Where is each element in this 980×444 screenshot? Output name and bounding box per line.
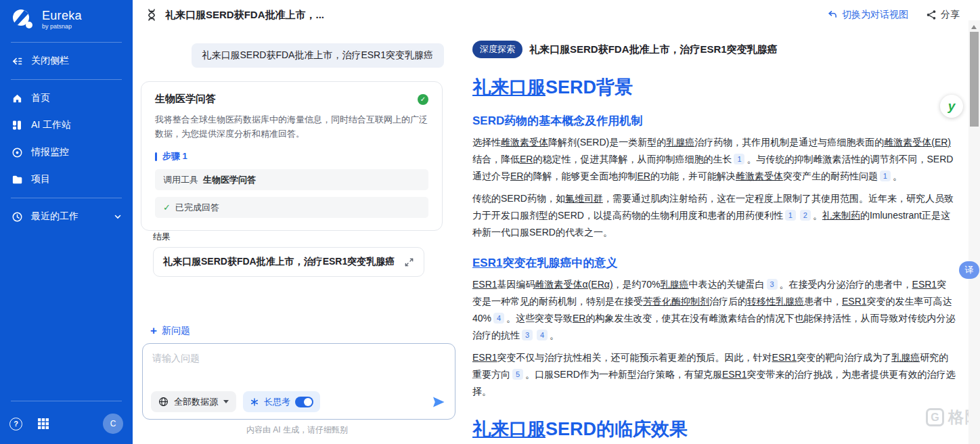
scrollbar-thumb[interactable]	[970, 32, 979, 127]
scroll-up-arrow-icon[interactable]	[971, 25, 977, 29]
step-label: 步骤 1	[155, 150, 428, 162]
home-icon	[11, 92, 23, 104]
scrollbar[interactable]	[968, 20, 980, 444]
entity-link[interactable]: 雌激素受体α(ERα)	[535, 279, 613, 290]
result-card[interactable]: 礼来口服SERD获FDA批准上市，治疗ESR1突变乳腺癌	[153, 247, 424, 277]
divider	[11, 401, 122, 401]
citation-chip[interactable]: 4	[537, 330, 548, 340]
entity-link[interactable]: 礼来口服	[472, 419, 545, 439]
switch-view-label: 切换为对话视图	[842, 9, 908, 21]
workflow-panel: 礼来口服SERD获FDA批准上市，治疗ESR1突变乳腺癌 生物医学问答 ✓ 我将…	[133, 30, 462, 444]
done-label: 已完成回答	[175, 202, 219, 214]
entity-link[interactable]: 芳香化酶抑制剂	[643, 296, 709, 307]
citation-chip[interactable]: 1	[734, 154, 744, 164]
translate-button[interactable]: 译	[959, 261, 979, 279]
entity-link[interactable]: ESR1	[912, 279, 937, 290]
apps-grid-icon[interactable]	[37, 418, 49, 430]
entity-link[interactable]: 礼来制药	[822, 210, 860, 221]
long-think-toggle-button[interactable]: 长思考	[243, 391, 320, 412]
sidebar-item-label: 情报监控	[31, 146, 69, 158]
sidebar-item-collapse[interactable]: 关闭侧栏	[0, 47, 133, 74]
new-question-button[interactable]: + 新问题	[150, 325, 190, 337]
share-button[interactable]: 分享	[926, 9, 960, 21]
success-check-icon: ✓	[418, 94, 428, 105]
spark-icon	[250, 397, 259, 407]
share-icon	[926, 9, 937, 20]
entity-link[interactable]: ESR1	[722, 369, 747, 380]
sidebar-item-projects[interactable]: 项目	[0, 166, 133, 193]
entity-link[interactable]: 乳腺癌	[891, 352, 920, 363]
sidebar-bottom: ? C	[0, 396, 133, 444]
citation-chip[interactable]: 4	[493, 313, 504, 324]
article-panel: 深度探索 礼来口服SERD获FDA批准上市，治疗ESR1突变乳腺癌 礼来口服SE…	[460, 30, 980, 444]
logo[interactable]: Eureka by patsnap	[0, 0, 133, 37]
logo-name: Eureka	[42, 9, 82, 22]
tool-call-row[interactable]: 调用工具 生物医学问答	[155, 169, 428, 190]
entity-link[interactable]: ESR1	[472, 279, 497, 290]
question-input-box: 全部数据源 长思考	[142, 343, 455, 420]
article-header-title: 礼来口服SERD获FDA批准上市，治疗ESR1突变乳腺癌	[529, 43, 778, 56]
help-icon[interactable]: ?	[9, 418, 22, 430]
entity-link[interactable]: 雌激素受体	[501, 137, 548, 148]
biomedical-qa-card: 生物医学问答 ✓ 我将整合全球生物医药数据库中的海量信息，同时结合互联网上的广泛…	[141, 81, 443, 231]
question-input[interactable]	[143, 344, 455, 379]
card-title: 生物医学问答	[155, 93, 216, 106]
article-paragraph: ESR1突变不仅与治疗抗性相关，还可能预示着更差的预后。因此，针对ESR1突变的…	[472, 349, 956, 400]
entity-link[interactable]: 氟维司群	[565, 193, 603, 204]
entity-link[interactable]: 乳腺癌	[661, 279, 689, 290]
divider	[11, 42, 122, 43]
undo-arrow-icon	[827, 9, 838, 20]
article-heading: 礼来口服SERD背景	[472, 76, 956, 99]
plugin-floating-button[interactable]: y	[940, 95, 963, 118]
toggle-on[interactable]	[295, 397, 313, 407]
tool-call-name: 生物医学问答	[203, 174, 256, 186]
entity-link[interactable]: 雌激素受体	[736, 171, 783, 181]
divider	[11, 198, 122, 198]
watermark-logo: G	[926, 408, 944, 426]
entity-link[interactable]: ESR1	[472, 352, 497, 363]
citation-chip[interactable]: 1	[880, 171, 891, 181]
sidebar-item-home[interactable]: 首页	[0, 85, 133, 112]
plus-icon: +	[150, 326, 157, 336]
sidebar-item-ai-workstation[interactable]: AI 工作站	[0, 112, 133, 139]
article-body: 礼来口服SERD背景SERD药物的基本概念及作用机制选择性雌激素受体降解剂(SE…	[472, 76, 956, 444]
entity-link[interactable]: 乳腺癌	[666, 137, 694, 148]
expand-icon[interactable]	[404, 257, 414, 267]
eureka-logo-icon	[11, 9, 35, 30]
sidebar-item-label: 最近的工作	[31, 210, 79, 223]
step-bar-icon	[155, 152, 157, 161]
citation-chip[interactable]: 5	[512, 369, 523, 380]
entity-link[interactable]: ER	[510, 171, 523, 181]
sidebar-item-recent-work[interactable]: 最近的工作	[0, 203, 133, 230]
entity-link[interactable]: 转移性乳腺癌	[747, 296, 804, 307]
entity-link[interactable]: ESR1	[472, 257, 502, 269]
switch-view-button[interactable]: 切换为对话视图	[827, 9, 908, 21]
send-button[interactable]	[432, 396, 445, 408]
answer-done-row[interactable]: ✓ 已完成回答	[155, 197, 428, 218]
logo-subtitle: by patsnap	[42, 23, 82, 30]
avatar[interactable]: C	[103, 414, 123, 434]
entity-link[interactable]: 礼来口服	[472, 77, 545, 97]
article-paragraph: 选择性雌激素受体降解剂(SERD)是一类新型的乳腺癌治疗药物，其作用机制是通过与…	[472, 134, 956, 185]
article-heading: ESR1突变在乳腺癌中的意义	[472, 256, 956, 271]
citation-chip[interactable]: 2	[800, 210, 811, 221]
article-paragraph: ESR1基因编码雌激素受体α(ERα)，是约70%乳腺癌中表达的关键蛋白3。在接…	[472, 276, 956, 344]
citation-chip[interactable]: 3	[522, 330, 533, 340]
entity-link[interactable]: ESR1	[842, 296, 867, 307]
done-check-icon: ✓	[163, 202, 171, 213]
workstation-icon	[11, 119, 23, 131]
entity-link[interactable]: 雌激素受体(ER)	[884, 137, 951, 148]
sidebar-item-monitoring[interactable]: 情报监控	[0, 139, 133, 166]
citation-chip[interactable]: 1	[785, 210, 796, 221]
citation-chip[interactable]: 3	[767, 279, 778, 290]
article-heading: SERD药物的基本概念及作用机制	[472, 114, 956, 129]
entity-link[interactable]: ER	[520, 154, 533, 164]
entity-link[interactable]: ESR1	[772, 352, 797, 363]
ai-disclaimer: 内容由 AI 生成，请仔细甄别	[133, 424, 462, 436]
dna-icon	[145, 8, 158, 22]
share-label: 分享	[941, 9, 960, 21]
datasource-dropdown[interactable]: 全部数据源	[151, 391, 236, 412]
entity-link[interactable]: ER	[573, 313, 585, 324]
entity-link[interactable]: ER	[637, 171, 650, 181]
divider	[11, 79, 122, 80]
